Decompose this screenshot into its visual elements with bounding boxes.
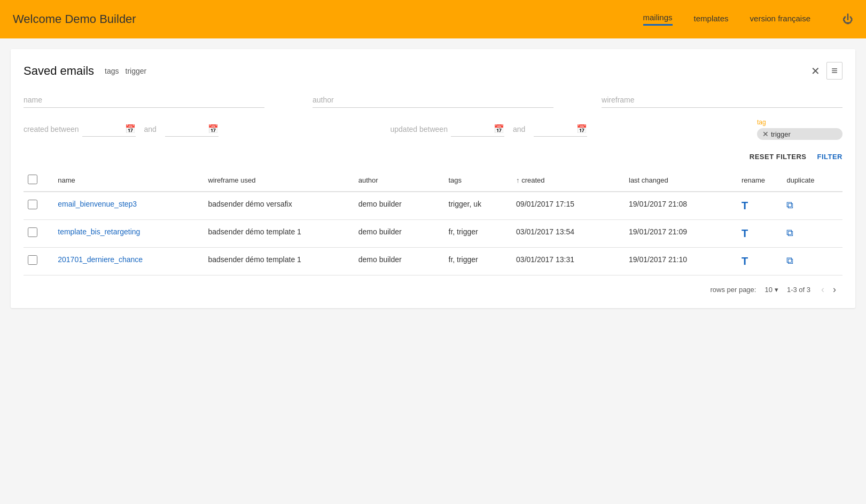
wireframe-input[interactable] [602, 92, 842, 108]
cell-author: demo builder [354, 192, 444, 220]
filter-button[interactable]: FILTER [817, 153, 842, 161]
created-from-input[interactable] [82, 125, 125, 133]
cell-wireframe: badsender démo versafix [204, 192, 354, 220]
updated-between-label: updated between [391, 125, 448, 133]
tag-chip-remove[interactable]: ✕ [762, 130, 769, 138]
pagination: rows per page: 10 ▾ 1-3 of 3 ‹ › [24, 275, 842, 295]
duplicate-icon[interactable]: ⧉ [786, 227, 793, 238]
updated-to-input-wrapper: 📅 [534, 122, 587, 137]
calendar-icon-1[interactable]: 📅 [125, 124, 136, 134]
author-input[interactable] [313, 92, 553, 108]
cell-created: 09/01/2017 17:15 [512, 192, 625, 220]
updated-from-input-wrapper: 📅 [451, 122, 504, 137]
page-info: 1-3 of 3 [787, 286, 810, 294]
col-header-created[interactable]: ↑ created [512, 169, 625, 192]
action-row: RESET FILTERS FILTER [24, 153, 842, 161]
cell-created: 03/01/2017 13:31 [512, 248, 625, 275]
col-header-author: author [354, 169, 444, 192]
col-header-name: name [53, 169, 204, 192]
nav-templates[interactable]: templates [694, 14, 729, 25]
cell-duplicate: ⧉ [782, 220, 842, 248]
created-to-input[interactable] [165, 125, 208, 133]
emails-table: name wireframe used author tags ↑ create… [24, 169, 842, 275]
cell-rename: T [737, 248, 782, 275]
filter-row-1 [24, 92, 842, 108]
close-icon[interactable]: ✕ [811, 65, 820, 77]
duplicate-icon[interactable]: ⧉ [786, 200, 793, 210]
row-checkbox[interactable] [28, 255, 37, 265]
tags-link[interactable]: tags [105, 67, 119, 75]
col-header-duplicate: duplicate [782, 169, 842, 192]
cell-last-changed: 19/01/2017 21:10 [625, 248, 737, 275]
calendar-icon-2[interactable]: 📅 [208, 124, 219, 134]
tag-label: tag [757, 119, 842, 126]
cell-duplicate: ⧉ [782, 248, 842, 275]
cell-rename: T [737, 220, 782, 248]
cell-wireframe: badsender démo template 1 [204, 220, 354, 248]
email-link[interactable]: 201701_derniere_chance [58, 255, 143, 264]
cell-name: email_bienvenue_step3 [53, 192, 204, 220]
calendar-icon-4[interactable]: 📅 [576, 124, 587, 134]
emails-table-wrapper: name wireframe used author tags ↑ create… [24, 169, 842, 275]
created-from-input-wrapper: 📅 [82, 122, 136, 137]
and-label-1: and [144, 125, 157, 133]
reset-filters-button[interactable]: RESET FILTERS [750, 153, 807, 161]
table-row: email_bienvenue_step3 badsender démo ver… [24, 192, 842, 220]
page-header-actions: ✕ ≡ [811, 62, 842, 80]
dropdown-arrow-icon: ▾ [775, 286, 778, 294]
tag-chip: ✕ trigger [757, 128, 842, 140]
duplicate-icon[interactable]: ⧉ [786, 255, 793, 266]
prev-page-button[interactable]: ‹ [819, 284, 826, 295]
cell-name: template_bis_retargeting [53, 220, 204, 248]
table-header-row: name wireframe used author tags ↑ create… [24, 169, 842, 192]
rename-icon[interactable]: T [742, 200, 748, 211]
sort-icon: ↑ [516, 176, 520, 184]
name-input[interactable] [24, 92, 264, 108]
created-to-input-wrapper: 📅 [165, 122, 219, 137]
app-title: Welcome Demo Builder [13, 12, 643, 26]
rename-icon[interactable]: T [742, 255, 748, 267]
email-link[interactable]: email_bienvenue_step3 [58, 200, 137, 208]
row-checkbox[interactable] [28, 227, 37, 237]
rows-per-page-select[interactable]: 10 ▾ [764, 286, 778, 294]
col-header-wireframe: wireframe used [204, 169, 354, 192]
cell-author: demo builder [354, 248, 444, 275]
tag-section: tag ✕ trigger [757, 119, 842, 140]
wireframe-filter-field [602, 92, 842, 108]
calendar-icon-3[interactable]: 📅 [494, 124, 504, 134]
main-content: Saved emails tags trigger ✕ ≡ created be… [11, 49, 855, 308]
created-between-section: created between 📅 and 📅 [24, 122, 380, 137]
cell-tags: fr, trigger [444, 220, 512, 248]
cell-rename: T [737, 192, 782, 220]
cell-duplicate: ⧉ [782, 192, 842, 220]
page-title: Saved emails [24, 64, 94, 78]
power-icon[interactable]: ⏻ [842, 13, 853, 26]
updated-to-input[interactable] [534, 125, 576, 133]
cell-last-changed: 19/01/2017 21:09 [625, 220, 737, 248]
nav-mailings[interactable]: mailings [643, 13, 673, 26]
row-checkbox[interactable] [28, 200, 37, 209]
email-link[interactable]: template_bis_retargeting [58, 227, 140, 236]
cell-last-changed: 19/01/2017 21:08 [625, 192, 737, 220]
cell-author: demo builder [354, 220, 444, 248]
page-header: Saved emails tags trigger ✕ ≡ [24, 62, 842, 80]
cell-wireframe: badsender démo template 1 [204, 248, 354, 275]
cell-tags: trigger, uk [444, 192, 512, 220]
rename-icon[interactable]: T [742, 227, 748, 239]
next-page-button[interactable]: › [831, 284, 838, 295]
cell-created: 03/01/2017 13:54 [512, 220, 625, 248]
updated-from-input[interactable] [451, 125, 494, 133]
and-label-2: and [513, 125, 525, 133]
rows-per-page-label: rows per page: [710, 286, 756, 294]
filter-lines-icon[interactable]: ≡ [826, 62, 842, 80]
filter-row-2: created between 📅 and 📅 updated between … [24, 119, 842, 140]
cell-tags: fr, trigger [444, 248, 512, 275]
trigger-link[interactable]: trigger [126, 67, 147, 75]
col-header-last-changed: last changed [625, 169, 737, 192]
table-row: template_bis_retargeting badsender démo … [24, 220, 842, 248]
cell-name: 201701_derniere_chance [53, 248, 204, 275]
col-header-tags: tags [444, 169, 512, 192]
created-between-label: created between [24, 125, 79, 133]
select-all-checkbox[interactable] [28, 175, 37, 184]
nav-french[interactable]: version française [750, 14, 810, 25]
